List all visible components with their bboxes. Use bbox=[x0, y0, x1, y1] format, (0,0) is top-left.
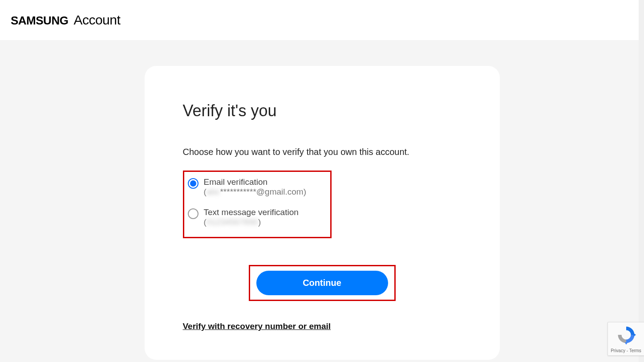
option-email-detail: (abc***********@gmail.com) bbox=[204, 187, 307, 197]
radio-icon[interactable] bbox=[188, 208, 198, 219]
main-area: Verify it's you Choose how you want to v… bbox=[0, 40, 644, 362]
option-email-masked: abc bbox=[207, 187, 220, 196]
recaptcha-icon bbox=[616, 325, 636, 346]
site-header: SAMSUNG Account bbox=[0, 0, 644, 40]
svg-marker-0 bbox=[633, 333, 636, 336]
verification-options-highlight: Email verification (abc***********@gmail… bbox=[183, 171, 332, 238]
brand-samsung-text: SAMSUNG bbox=[11, 14, 68, 28]
option-sms-title: Text message verification bbox=[204, 207, 299, 217]
option-email-visible: ***********@gmail.com) bbox=[220, 187, 306, 196]
recaptcha-separator: - bbox=[625, 348, 629, 353]
brand-account-text: Account bbox=[73, 12, 120, 28]
option-sms-verification[interactable]: Text message verification (01234567890) bbox=[188, 207, 327, 227]
option-email-prefix: ( bbox=[204, 187, 207, 196]
page-subtitle: Choose how you want to verify that you o… bbox=[183, 147, 462, 157]
brand-logo[interactable]: SAMSUNG Account bbox=[11, 12, 120, 28]
continue-wrap: Continue bbox=[183, 265, 462, 301]
option-email-title: Email verification bbox=[204, 177, 307, 187]
option-sms-masked: 01234567890 bbox=[207, 217, 258, 227]
continue-button[interactable]: Continue bbox=[256, 271, 388, 295]
page-title: Verify it's you bbox=[183, 102, 462, 120]
option-email-verification[interactable]: Email verification (abc***********@gmail… bbox=[188, 177, 327, 197]
recaptcha-terms-link[interactable]: Terms bbox=[629, 348, 641, 353]
radio-icon[interactable] bbox=[188, 178, 198, 189]
recaptcha-links: Privacy - Terms bbox=[611, 348, 641, 353]
option-sms-prefix: ( bbox=[204, 217, 207, 227]
option-sms-visible: ) bbox=[258, 217, 261, 227]
option-email-texts: Email verification (abc***********@gmail… bbox=[204, 177, 307, 197]
verify-card: Verify it's you Choose how you want to v… bbox=[145, 66, 500, 360]
option-sms-detail: (01234567890) bbox=[204, 217, 299, 227]
recaptcha-badge[interactable]: Privacy - Terms bbox=[608, 322, 644, 356]
continue-highlight: Continue bbox=[249, 265, 396, 301]
recaptcha-privacy-link[interactable]: Privacy bbox=[611, 348, 625, 353]
svg-marker-1 bbox=[624, 342, 628, 344]
recovery-link[interactable]: Verify with recovery number or email bbox=[183, 321, 331, 331]
option-sms-texts: Text message verification (01234567890) bbox=[204, 207, 299, 227]
vertical-scrollbar[interactable] bbox=[639, 0, 644, 362]
